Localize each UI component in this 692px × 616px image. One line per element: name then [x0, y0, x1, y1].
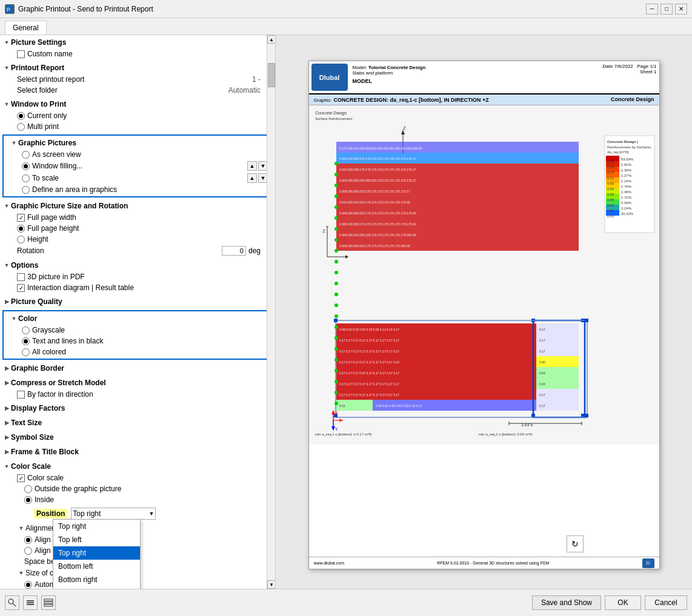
- by-factor-item[interactable]: By factor in direction: [0, 389, 275, 400]
- to-scale-item[interactable]: To scale ▲ ▼: [5, 172, 270, 184]
- full-page-width-checkbox[interactable]: [17, 214, 25, 222]
- section-window-to-print: ▼ Window to Print Current only Multi pri…: [0, 97, 275, 133]
- bottom-bar: Save and Show OK Cancel: [0, 589, 692, 616]
- svg-text:0.000.000.000.020.170.170.170.: 0.000.000.000.020.170.170.170.170.170.17…: [339, 190, 410, 193]
- inside-radio[interactable]: [24, 496, 32, 504]
- frame-title-header[interactable]: ▶ Frame & Title Block: [0, 446, 275, 458]
- 3d-pdf-checkbox[interactable]: [17, 273, 25, 281]
- maximize-button[interactable]: □: [660, 4, 673, 15]
- current-only-radio[interactable]: [17, 112, 25, 120]
- current-only-item[interactable]: Current only: [0, 110, 275, 121]
- position-select[interactable]: Top right ▼: [71, 508, 156, 520]
- scroll-thumb[interactable]: [268, 63, 275, 87]
- dropdown-item-toright1[interactable]: Top right: [53, 520, 140, 533]
- tab-general[interactable]: General: [5, 21, 47, 35]
- close-button[interactable]: ✕: [675, 4, 687, 15]
- full-page-height-item[interactable]: Full page height: [0, 223, 275, 234]
- layers-icon-btn[interactable]: [23, 595, 38, 610]
- svg-point-133: [334, 216, 338, 220]
- outside-radio[interactable]: [24, 485, 32, 493]
- dropdown-item-userdefined[interactable]: User-Defined: [53, 586, 140, 589]
- custom-name-item[interactable]: Custom name: [0, 48, 275, 59]
- picture-quality-header[interactable]: ▶ Picture Quality: [0, 296, 275, 308]
- by-factor-checkbox[interactable]: [17, 391, 25, 399]
- picture-settings-header[interactable]: ▼ Picture Settings: [0, 36, 275, 48]
- graphic-border-header[interactable]: ▶ Graphic Border: [0, 362, 275, 374]
- symbol-size-header[interactable]: ▶ Symbol Size: [0, 431, 275, 443]
- text-lines-black-radio[interactable]: [22, 337, 30, 345]
- dropdown-item-topleft[interactable]: Top left: [53, 533, 140, 546]
- color-scale-checkbox[interactable]: [17, 474, 25, 482]
- ok-button[interactable]: OK: [605, 595, 641, 610]
- color-scale-header[interactable]: ▼ Color Scale: [0, 460, 275, 472]
- all-colored-item[interactable]: All colored: [5, 346, 270, 357]
- dropdown-item-bottomleft[interactable]: Bottom left: [53, 560, 140, 573]
- color-scale-cb-item[interactable]: Color scale: [0, 472, 275, 483]
- inside-item[interactable]: Inside: [0, 494, 275, 505]
- auto-size-radio[interactable]: [24, 581, 32, 589]
- color-header[interactable]: ▼ Color: [5, 313, 270, 325]
- save-show-button[interactable]: Save and Show: [532, 595, 601, 610]
- svg-text:0.08: 0.08: [607, 187, 614, 191]
- define-area-radio[interactable]: [22, 186, 30, 194]
- position-dropdown[interactable]: Top right Top left Top right Bottom left…: [53, 519, 141, 589]
- graphic-size-header[interactable]: ▼ Graphic Picture Size and Rotation: [0, 200, 275, 212]
- expand-icon: ▶: [2, 433, 11, 442]
- svg-point-150: [334, 402, 338, 405]
- full-page-height-radio[interactable]: [17, 225, 25, 233]
- grayscale-radio[interactable]: [22, 326, 30, 334]
- multi-print-item[interactable]: Multi print: [0, 121, 275, 132]
- minimize-button[interactable]: ─: [646, 4, 658, 15]
- grayscale-item[interactable]: Grayscale: [5, 325, 270, 336]
- search-icon-btn[interactable]: [5, 595, 19, 610]
- svg-rect-158: [44, 604, 53, 606]
- svg-text:20.32%: 20.32%: [621, 212, 634, 216]
- svg-point-141: [334, 303, 338, 307]
- up-btn[interactable]: ▲: [247, 161, 257, 171]
- scrollbar[interactable]: ▲ ▼: [267, 35, 275, 589]
- svg-text:0.17: 0.17: [539, 328, 545, 331]
- full-page-width-item[interactable]: Full page width: [0, 212, 275, 223]
- svg-point-149: [334, 391, 338, 394]
- graphic-pictures-header[interactable]: ▼ Graphic Pictures: [5, 137, 270, 149]
- compress-stretch-header[interactable]: ▶ Compress or Stretch Model: [0, 377, 275, 389]
- window-filling-radio[interactable]: [22, 162, 30, 170]
- scroll-up[interactable]: ▲: [267, 35, 276, 44]
- height-item[interactable]: Height: [0, 234, 275, 245]
- up-btn-2[interactable]: ▲: [247, 173, 257, 183]
- expand-icon: ▼: [2, 38, 11, 47]
- options-header[interactable]: ▼ Options: [0, 259, 275, 271]
- as-screen-view-item[interactable]: As screen view: [5, 149, 270, 160]
- text-size-header[interactable]: ▶ Text Size: [0, 417, 275, 429]
- svg-point-138: [334, 271, 338, 274]
- to-scale-radio[interactable]: [22, 174, 30, 182]
- text-lines-black-item[interactable]: Text and lines in black: [5, 336, 270, 346]
- multi-print-radio[interactable]: [17, 123, 25, 131]
- settings-icon-btn[interactable]: [41, 595, 56, 610]
- display-factors-header[interactable]: ▶ Display Factors: [0, 402, 275, 414]
- outside-item[interactable]: Outside the graphic picture: [0, 483, 275, 494]
- cancel-button[interactable]: Cancel: [645, 595, 687, 610]
- dropdown-item-toright2[interactable]: Top right: [53, 546, 140, 560]
- align-v-radio[interactable]: [24, 547, 32, 555]
- interaction-item[interactable]: Interaction diagram | Result table: [0, 282, 275, 293]
- printout-report-header[interactable]: ▼ Printout Report: [0, 62, 275, 74]
- refresh-button[interactable]: ↻: [567, 535, 584, 552]
- svg-text:0.16: 0.16: [607, 160, 614, 164]
- svg-text:0.17: 0.17: [539, 339, 545, 342]
- define-area-item[interactable]: Define an area in graphics: [5, 184, 270, 195]
- scroll-down[interactable]: ▼: [267, 580, 276, 589]
- all-colored-radio[interactable]: [22, 348, 30, 356]
- window-filling-item[interactable]: Window filling... ▲ ▼: [5, 160, 270, 172]
- 3d-pdf-item[interactable]: 3D picture in PDF: [0, 271, 275, 282]
- as-screen-view-radio[interactable]: [22, 151, 30, 159]
- svg-text:min a_req,1-c [bottom]: 0.00 m: min a_req,1-c [bottom]: 0.00 m²/h: [479, 432, 533, 436]
- dropdown-item-bottomright[interactable]: Bottom right: [53, 573, 140, 586]
- window-to-print-header[interactable]: ▼ Window to Print: [0, 98, 275, 110]
- custom-name-checkbox[interactable]: [17, 50, 25, 58]
- svg-point-132: [334, 205, 338, 209]
- interaction-checkbox[interactable]: [17, 284, 25, 292]
- rotation-input[interactable]: [222, 246, 246, 256]
- align-h-radio[interactable]: [24, 536, 32, 544]
- height-radio[interactable]: [17, 236, 25, 243]
